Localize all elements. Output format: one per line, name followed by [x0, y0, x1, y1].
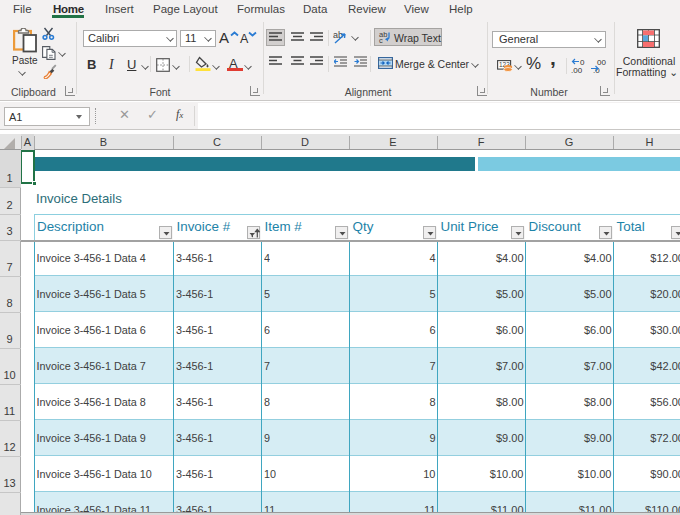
- svg-text:c: c: [379, 36, 383, 43]
- svg-text:.00: .00: [571, 66, 583, 74]
